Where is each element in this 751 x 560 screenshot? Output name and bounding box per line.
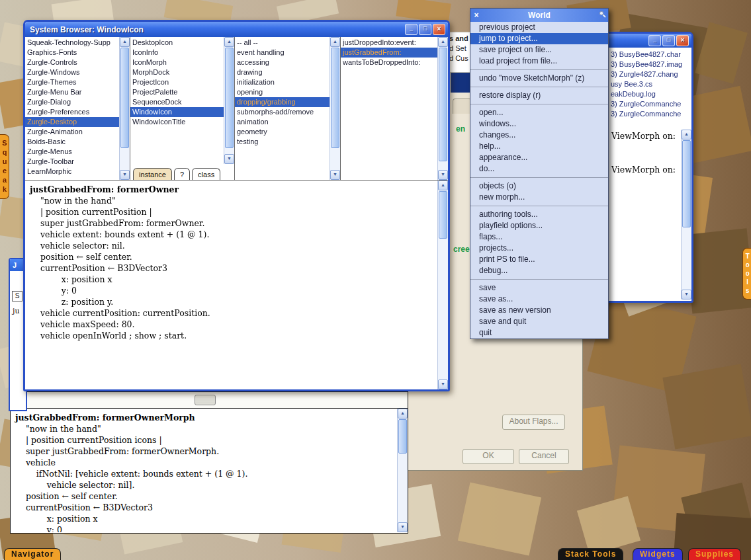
menu-item[interactable]: save [470,282,608,294]
menu-item[interactable]: save as new version [470,305,608,316]
dialog-tab-fragment[interactable] [453,99,472,114]
file-list-item[interactable]: 3) ZurgleCommanche [599,109,691,119]
protocol-item[interactable]: event handling [235,48,330,58]
scroll-up-icon[interactable]: ▲ [120,37,130,47]
file-list-item[interactable]: usy Bee.3.cs [599,79,691,89]
category-item[interactable]: Zurgle-Dialog [25,97,119,107]
category-item[interactable]: Zurgle-Windows [25,67,119,77]
menu-item[interactable]: undo "move SketchMorph" (z) [470,73,608,84]
scroll-up-icon[interactable]: ▲ [330,37,340,47]
close-icon[interactable]: × [676,35,689,46]
scroll-thumb[interactable] [120,48,129,148]
menu-item[interactable]: save project on file... [470,44,608,56]
category-item[interactable]: Zurgle-Menus [25,147,119,157]
menu-item[interactable]: appearance... [470,152,608,163]
scroll-track[interactable] [438,47,448,170]
scroll-up-icon[interactable]: ▲ [398,409,408,419]
pin-icon[interactable] [596,11,608,20]
message-scrollbar[interactable]: ▲ ▼ [437,37,448,180]
scroll-track[interactable] [682,140,691,290]
menu-item[interactable] [470,203,608,209]
file-window-scrollbar[interactable]: ▲ ▼ [681,130,691,300]
window-button-fragment[interactable]: S [12,291,22,301]
category-item[interactable]: Graphics-Fonts [25,48,119,58]
ok-button[interactable]: OK [463,449,514,464]
scroll-thumb[interactable] [331,48,339,148]
class-scrollbar[interactable]: ▲ ▼ [224,37,234,164]
protocol-item[interactable]: dropping/grabbing [235,97,330,107]
class-item[interactable]: ProjectPalette [130,87,224,97]
menu-item[interactable] [470,175,608,180]
category-scrollbar[interactable]: ▲ ▼ [119,37,130,180]
protocol-scrollbar[interactable]: ▲ ▼ [330,37,340,180]
category-item[interactable]: Zurgle-Themes [25,77,119,87]
scroll-track[interactable] [398,419,408,522]
menu-close-icon[interactable]: × [470,11,482,20]
scroll-down-icon[interactable]: ▼ [438,170,448,180]
method-code-editor[interactable]: justGrabbedFrom: formerOwner "now in the… [25,180,437,389]
scroll-track[interactable] [330,47,340,170]
viewmorph-entry[interactable]: ViewMorph on: [599,165,691,198]
menu-item[interactable] [470,67,608,73]
scroll-down-icon[interactable]: ▼ [330,170,340,180]
protocol-item[interactable]: opening [235,87,330,97]
protocol-item[interactable]: testing [235,137,330,147]
scroll-down-icon[interactable]: ▼ [438,380,448,389]
scroll-thumb[interactable] [225,48,234,148]
class-item[interactable]: IconMorph [130,58,224,67]
scroll-thumb[interactable] [439,191,447,239]
category-item[interactable]: Zurgle-Menu Bar [25,87,119,97]
scroll-down-icon[interactable]: ▼ [682,290,691,300]
menu-item[interactable]: print PS to file... [470,254,608,265]
scroll-up-icon[interactable]: ▲ [224,37,234,47]
menu-item[interactable]: previous project [470,22,608,33]
protocol-item[interactable]: submorphs-add/remove [235,107,330,117]
code-editor[interactable]: justGrabbedFrom: formerOwnerMorph "now i… [11,409,397,532]
category-item[interactable]: Zurgle-Animation [25,127,119,137]
menu-item[interactable]: jump to project... [470,33,608,44]
category-item[interactable]: Squeak-Technology-Supp [25,38,119,48]
menu-item[interactable] [470,84,608,90]
protocol-item[interactable]: geometry [235,127,330,137]
widgets-flap-tab[interactable]: Widgets [633,548,683,560]
scroll-down-icon[interactable]: ▼ [398,522,408,532]
stack-tools-flap-tab[interactable]: Stack Tools [558,548,623,560]
class-item[interactable]: IconInfo [130,48,224,58]
class-item[interactable]: MorphDock [130,67,224,77]
scroll-down-icon[interactable]: ▼ [224,154,234,164]
file-list-item[interactable]: 3) Zurgle4827.chang [599,69,691,79]
protocol-item[interactable]: animation [235,117,330,127]
menu-item[interactable]: flaps... [470,231,608,243]
message-item[interactable]: justGrabbedFrom: [341,48,437,58]
scrollbar-fragment[interactable] [195,395,216,405]
category-item[interactable]: LearnMorphic [25,167,119,177]
class-item[interactable]: ProjectIcon [130,77,224,87]
scroll-down-icon[interactable]: ▼ [120,170,130,180]
menu-item[interactable]: windows... [470,118,608,130]
protocol-item[interactable]: initialization [235,77,330,87]
file-list-item[interactable]: 3) BusyBee4827.imag [599,60,691,69]
tools-flap-tab[interactable]: Tools [742,248,751,300]
menu-item[interactable]: save as... [470,294,608,305]
minimize-icon[interactable]: _ [405,24,418,35]
menu-item[interactable]: authoring tools... [470,209,608,220]
protocol-item[interactable]: accessing [235,58,330,67]
close-icon[interactable]: × [433,24,445,35]
menu-item[interactable]: objects (o) [470,180,608,192]
menu-item[interactable]: help... [470,141,608,152]
menu-item[interactable]: projects... [470,243,608,254]
menu-item[interactable]: debug... [470,265,608,276]
menu-item[interactable] [470,101,608,107]
menu-item[interactable]: open... [470,107,608,118]
file-list-item[interactable]: eakDebug.log [599,89,691,99]
menu-item[interactable]: playfield options... [470,220,608,231]
menu-item[interactable]: changes... [470,130,608,141]
scroll-up-icon[interactable]: ▲ [438,37,448,47]
class-item[interactable]: WindowIconTitle [130,117,224,127]
class-item[interactable]: WindowIcon [130,107,224,117]
scroll-track[interactable] [120,47,130,170]
maximize-icon[interactable]: □ [662,35,675,46]
protocol-item[interactable]: drawing [235,67,330,77]
scroll-track[interactable] [438,190,448,380]
scroll-up-icon[interactable]: ▲ [682,130,691,140]
